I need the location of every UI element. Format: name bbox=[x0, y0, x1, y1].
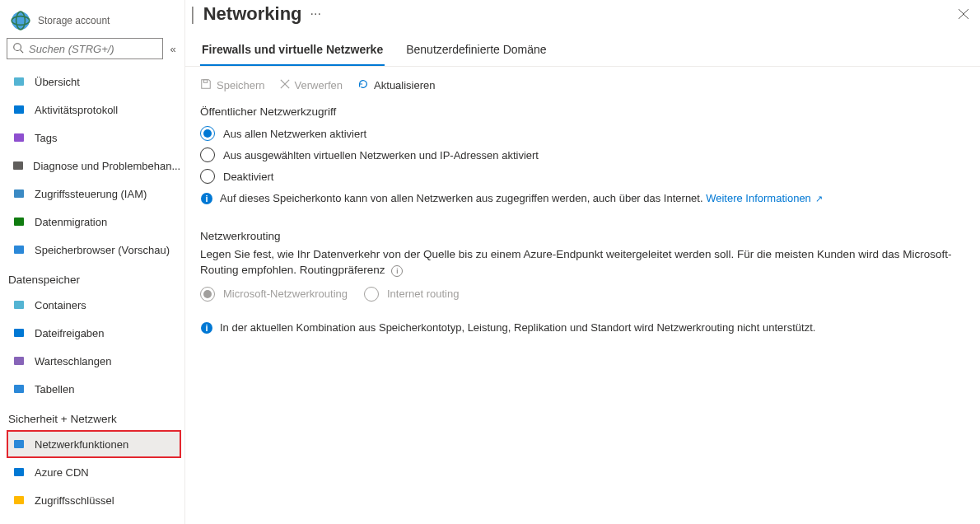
sidebar-item-networking[interactable]: Netzwerkfunktionen bbox=[7, 430, 181, 458]
tab-domain[interactable]: Benutzerdefinierte Domäne bbox=[404, 35, 548, 66]
svg-rect-18 bbox=[14, 496, 24, 504]
refresh-button[interactable]: Aktualisieren bbox=[357, 78, 435, 92]
tags-icon bbox=[12, 130, 26, 145]
networking-icon bbox=[12, 437, 26, 451]
page-title: Networking bbox=[203, 3, 302, 25]
close-icon[interactable] bbox=[955, 6, 972, 22]
save-label: Speichern bbox=[217, 79, 265, 91]
svg-text:i: i bbox=[205, 194, 208, 204]
sidebar-item-keys[interactable]: Zugriffsschlüssel bbox=[7, 486, 181, 514]
radio-all[interactable]: Aus allen Netzwerken aktiviert bbox=[200, 123, 962, 144]
svg-point-0 bbox=[12, 12, 30, 30]
access-info-body: Auf dieses Speicherkonto kann von allen … bbox=[220, 192, 706, 204]
search-row: « bbox=[7, 38, 184, 59]
radio-label: Microsoft-Netzwerkrouting bbox=[223, 288, 348, 300]
diagnose-icon bbox=[12, 158, 25, 173]
collapse-sidebar-icon[interactable]: « bbox=[166, 43, 180, 55]
svg-rect-7 bbox=[14, 133, 24, 142]
search-icon bbox=[12, 42, 24, 56]
sidebar-item-label: Zugriffssteuerung (IAM) bbox=[35, 188, 147, 200]
routing-warning-text: In der aktuellen Kombination aus Speiche… bbox=[220, 321, 815, 334]
sidebar-item-activity[interactable]: Aktivitätsprotokoll bbox=[7, 96, 181, 124]
sidebar-item-cdn[interactable]: Azure CDN bbox=[7, 458, 181, 486]
sidebar-item-diagnose[interactable]: Diagnose und Problembehan... bbox=[7, 152, 181, 180]
radio-select[interactable]: Aus ausgewählten virtuellen Netzwerken u… bbox=[200, 144, 962, 166]
routing-pref-label: Routingpräferenz bbox=[300, 264, 385, 276]
sidebar-item-queues[interactable]: Warteschlangen bbox=[7, 347, 181, 375]
sidebar-item-tables[interactable]: Tabellen bbox=[7, 375, 181, 403]
radio-disabled[interactable]: Deaktiviert bbox=[200, 166, 962, 187]
keys-icon bbox=[12, 493, 26, 508]
sidebar-item-label: Containers bbox=[35, 299, 86, 311]
sidebar-header: Storage account bbox=[7, 7, 184, 38]
overview-icon bbox=[12, 74, 26, 89]
activity-icon bbox=[12, 102, 26, 117]
svg-rect-11 bbox=[14, 246, 24, 254]
radio-label: Aus allen Netzwerken aktiviert bbox=[223, 128, 366, 140]
svg-rect-12 bbox=[14, 301, 24, 309]
svg-rect-9 bbox=[14, 189, 24, 198]
refresh-label: Aktualisieren bbox=[374, 79, 435, 91]
info-icon: i bbox=[200, 321, 213, 335]
access-info-link[interactable]: Weitere Informationen ↗ bbox=[706, 192, 823, 204]
discard-button[interactable]: Verwerfen bbox=[280, 78, 343, 92]
radio-label: Deaktiviert bbox=[223, 171, 273, 183]
save-button[interactable]: Speichern bbox=[200, 78, 265, 92]
sidebar-item-overview[interactable]: Übersicht bbox=[7, 68, 181, 96]
containers-icon bbox=[12, 297, 26, 312]
sidebar-item-fileshares[interactable]: Dateifreigaben bbox=[7, 319, 181, 347]
sidebar-item-label: Tags bbox=[35, 132, 57, 144]
sidebar-item-browser[interactable]: Speicherbrowser (Vorschau) bbox=[7, 236, 181, 264]
external-link-icon: ↗ bbox=[815, 194, 823, 204]
svg-rect-16 bbox=[14, 440, 24, 448]
discard-label: Verwerfen bbox=[295, 79, 343, 91]
sidebar-item-label: Warteschlangen bbox=[35, 355, 111, 367]
info-icon: i bbox=[200, 192, 213, 205]
sidebar-item-migration[interactable]: Datenmigration bbox=[7, 208, 181, 236]
radio-circle-icon bbox=[364, 287, 379, 302]
svg-rect-17 bbox=[14, 468, 24, 476]
svg-rect-14 bbox=[14, 357, 24, 365]
iam-icon bbox=[12, 186, 26, 201]
access-info-link-label: Weitere Informationen bbox=[706, 192, 811, 204]
sidebar-group-header: Sicherheit + Netzwerk bbox=[7, 406, 181, 430]
routing-description: Legen Sie fest, wie Ihr Datenverkehr von… bbox=[200, 247, 962, 278]
radio-circle-icon bbox=[200, 287, 215, 302]
routing-radio-ms: Microsoft-Netzwerkrouting bbox=[200, 283, 348, 305]
refresh-icon bbox=[357, 78, 369, 92]
radio-circle-icon bbox=[200, 169, 215, 184]
queues-icon bbox=[12, 353, 26, 368]
sidebar-item-tags[interactable]: Tags bbox=[7, 124, 181, 152]
browser-icon bbox=[12, 242, 26, 257]
tab-firewalls[interactable]: Firewalls und virtuelle Netzwerke bbox=[200, 35, 385, 66]
help-icon[interactable]: i bbox=[391, 265, 403, 277]
search-box[interactable] bbox=[7, 38, 163, 59]
sidebar-item-iam[interactable]: Zugriffssteuerung (IAM) bbox=[7, 180, 181, 208]
content: Öffentlicher Netzwerkzugriff Aus allen N… bbox=[185, 104, 980, 341]
sidebar-item-label: Tabellen bbox=[35, 383, 74, 395]
sidebar-item-label: Aktivitätsprotokoll bbox=[35, 104, 118, 116]
fileshares-icon bbox=[12, 325, 26, 340]
svg-rect-21 bbox=[203, 80, 207, 83]
routing-section: Netzwerkrouting Legen Sie fest, wie Ihr … bbox=[200, 230, 962, 341]
sidebar-item-label: Speicherbrowser (Vorschau) bbox=[35, 244, 170, 256]
sidebar: Storage account « ÜbersichtAktivitätspro… bbox=[0, 0, 185, 524]
routing-radio-net: Internet routing bbox=[364, 283, 459, 305]
sidebar-item-containers[interactable]: Containers bbox=[7, 291, 181, 319]
access-info: i Auf dieses Speicherkonto kann von alle… bbox=[200, 187, 962, 212]
sidebar-item-label: Azure CDN bbox=[35, 466, 89, 479]
svg-rect-6 bbox=[14, 105, 24, 114]
more-actions-icon[interactable]: ··· bbox=[310, 7, 321, 21]
svg-rect-13 bbox=[14, 329, 24, 337]
svg-rect-15 bbox=[14, 385, 24, 393]
svg-line-4 bbox=[21, 49, 24, 53]
sidebar-item-label: Dateifreigaben bbox=[35, 327, 105, 339]
tables-icon bbox=[12, 381, 26, 396]
radio-label: Internet routing bbox=[387, 288, 459, 300]
svg-point-3 bbox=[14, 43, 21, 50]
sidebar-item-label: Übersicht bbox=[35, 76, 80, 88]
search-input[interactable] bbox=[29, 43, 157, 55]
sidebar-item-label: Zugriffsschlüssel bbox=[35, 494, 114, 507]
svg-text:i: i bbox=[205, 323, 208, 333]
main: | Networking ··· Firewalls und virtuelle… bbox=[185, 0, 980, 524]
